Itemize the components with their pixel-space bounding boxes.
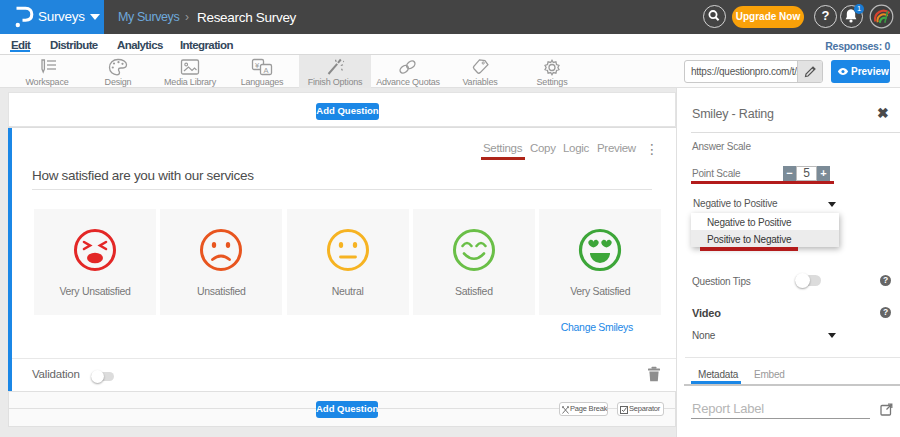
svg-text:A: A [264, 66, 269, 75]
svg-text:¥: ¥ [255, 61, 260, 70]
